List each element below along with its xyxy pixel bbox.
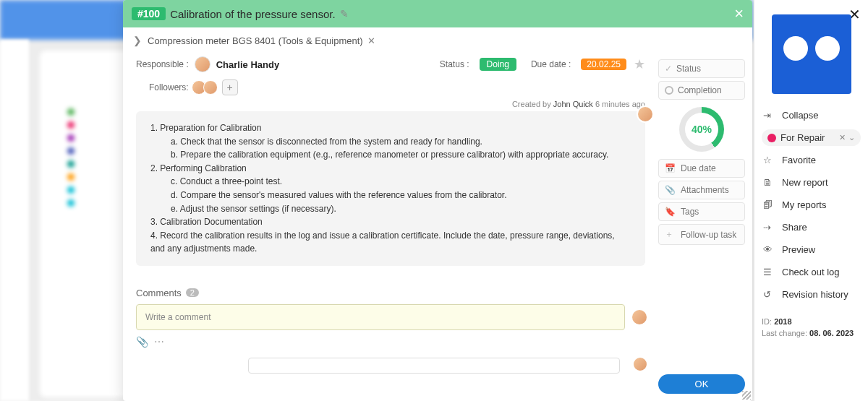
tag-color-dot — [767, 134, 776, 142]
side-completion[interactable]: Completion — [658, 81, 745, 100]
resize-handle[interactable] — [742, 391, 751, 400]
main-column: Responsible : Charlie Handy Status : Doi… — [123, 53, 658, 401]
comment-user-avatar — [631, 309, 648, 326]
eye-icon: 👁 — [763, 244, 776, 255]
desc-line-2: b. Prepare the calibration equipment (e.… — [150, 148, 631, 162]
plus-icon: ＋ — [665, 228, 676, 241]
collapse-icon: ⇥ — [763, 110, 776, 121]
inspector-panel: ✕ ⇥ Collapse For Repair ✕ ⌄ ☆ Favorite 🗎… — [754, 0, 868, 401]
desc-line-0: 1. Preparation for Calibration — [150, 121, 631, 135]
more-options-icon[interactable]: ⋯ — [154, 336, 164, 348]
remove-breadcrumb-icon[interactable]: ✕ — [367, 35, 375, 46]
remove-tag-icon[interactable]: ✕ — [839, 133, 846, 142]
responsible-label: Responsible : — [136, 59, 189, 69]
desc-line-6: e. Adjust the sensor settings (if necess… — [150, 202, 631, 216]
side-attachments[interactable]: 📎 Attachments — [658, 181, 745, 199]
status-badge[interactable]: Doing — [480, 58, 516, 71]
breadcrumb-label[interactable]: Compression meter BGS 8401 (Tools & Equi… — [148, 35, 363, 46]
desc-line-8: 4. Record the calibration results in the… — [150, 229, 631, 256]
due-date-label: Due date : — [531, 59, 571, 69]
responsible-name: Charlie Handy — [216, 59, 279, 70]
add-follower-button[interactable]: + — [222, 79, 238, 95]
item-thumbnail[interactable] — [772, 14, 851, 94]
side-status[interactable]: ✓ Status — [658, 59, 745, 78]
document-plus-icon: 🗎 — [763, 177, 776, 188]
attach-file-icon[interactable]: 📎 — [136, 336, 148, 348]
history-icon: ↺ — [763, 289, 776, 300]
breadcrumb-row: ❯ Compression meter BGS 8401 (Tools & Eq… — [123, 27, 752, 53]
modal-header: #100 Calibration of the pressure sensor.… — [123, 0, 752, 27]
collapse-button[interactable]: ⇥ Collapse — [762, 104, 861, 126]
task-title: Calibration of the pressure sensor. — [170, 8, 335, 20]
documents-icon: 🗐 — [763, 199, 776, 210]
check-icon: ✓ — [665, 64, 672, 74]
background-sidebar — [0, 40, 29, 401]
secondary-input[interactable] — [248, 358, 620, 374]
description-box: 1. Preparation for Calibration a. Check … — [136, 111, 645, 266]
side-followup[interactable]: ＋ Follow-up task — [658, 224, 745, 245]
preview-button[interactable]: 👁 Preview — [762, 238, 861, 261]
paperclip-icon: 📎 — [665, 185, 676, 195]
share-icon: ⇢ — [763, 222, 776, 233]
responsible-avatar[interactable] — [195, 56, 210, 72]
completion-donut: 40% — [658, 107, 745, 152]
my-reports-button[interactable]: 🗐 My reports — [762, 194, 861, 216]
completion-percent: 40% — [692, 124, 712, 135]
comment-input[interactable]: Write a comment — [136, 304, 625, 330]
desc-line-1: a. Check that the sensor is disconnected… — [150, 135, 631, 149]
favorite-button[interactable]: ☆ Favorite — [762, 149, 861, 171]
bookmark-icon: 🔖 — [665, 207, 676, 217]
side-column: ✓ Status Completion 40% 📅 Due date 📎 Att… — [658, 53, 752, 401]
desc-line-3: 2. Performing Calibration — [150, 162, 631, 176]
followers-label: Followers: — [149, 82, 189, 92]
secondary-avatar — [632, 356, 648, 372]
new-report-button[interactable]: 🗎 New report — [762, 171, 861, 194]
side-tags[interactable]: 🔖 Tags — [658, 202, 745, 221]
star-icon[interactable]: ★ — [634, 56, 645, 72]
comments-count: 2 — [186, 288, 199, 297]
side-due-date[interactable]: 📅 Due date — [658, 159, 745, 178]
log-icon: ☰ — [763, 267, 776, 277]
calendar-icon: 📅 — [665, 163, 676, 173]
desc-line-4: c. Conduct a three-point test. — [150, 175, 631, 189]
star-outline-icon: ☆ — [763, 155, 776, 165]
chevron-right-icon[interactable]: ❯ — [133, 35, 142, 46]
due-date-badge[interactable]: 20.02.25 — [581, 59, 626, 70]
checkout-log-button[interactable]: ☰ Check out log — [762, 261, 861, 283]
ok-button[interactable]: OK — [658, 374, 745, 394]
share-button[interactable]: ⇢ Share — [762, 216, 861, 238]
task-modal: #100 Calibration of the pressure sensor.… — [123, 0, 752, 401]
edit-title-icon[interactable]: ✎ — [340, 8, 349, 20]
task-id-badge: #100 — [132, 7, 166, 20]
desc-line-5: d. Compare the sensor's measured values … — [150, 189, 631, 202]
radio-icon — [665, 86, 673, 95]
comments-header: Comments 2 — [136, 288, 645, 298]
description-author-avatar — [637, 105, 654, 123]
follower-avatar-2[interactable] — [203, 80, 218, 95]
close-modal-icon[interactable]: × — [734, 4, 744, 23]
tag-for-repair[interactable]: For Repair ✕ ⌄ — [762, 129, 861, 146]
desc-line-7: 3. Calibration Documentation — [150, 215, 631, 229]
inspector-last-change: Last change: 08. 06. 2023 — [762, 329, 861, 337]
tag-chevron-icon[interactable]: ⌄ — [848, 133, 855, 142]
revision-history-button[interactable]: ↺ Revision history — [762, 283, 861, 306]
inspector-id: ID: 2018 — [762, 317, 861, 326]
status-label: Status : — [440, 59, 469, 69]
created-by: Created by John Quick 6 minutes ago — [136, 100, 645, 108]
